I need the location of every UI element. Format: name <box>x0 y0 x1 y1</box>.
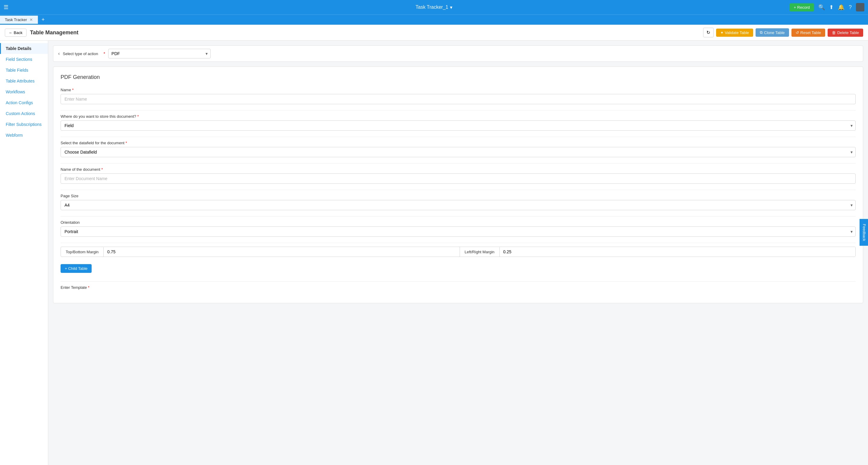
name-label: Name * <box>61 88 856 92</box>
enter-template-label: Enter Template * <box>61 285 856 290</box>
store-select[interactable]: Field Database External Storage <box>61 121 856 131</box>
top-nav: ☰ Task Tracker_1 ▾ + Record 🔍 ⬆ 🔔 ? <box>0 0 868 14</box>
datafield-label: Select the datafield for the document * <box>61 141 856 145</box>
doc-name-label: Name of the document * <box>61 167 856 172</box>
clone-table-button[interactable]: ⧉ Clone Table <box>755 28 789 37</box>
sidebar-item-filter-subscriptions[interactable]: Filter Subscriptions <box>0 119 48 130</box>
enter-template-group: Enter Template * <box>61 285 856 290</box>
refresh-button[interactable]: ↻ <box>703 28 714 37</box>
page-header: ← Back Table Management ↻ ✦ Validate Tab… <box>0 25 868 41</box>
page-size-select[interactable]: A4 A3 Letter Legal <box>61 200 856 210</box>
avatar[interactable] <box>856 3 864 11</box>
validate-table-button[interactable]: ✦ Validate Table <box>716 29 753 37</box>
sidebar-item-field-sections[interactable]: Field Sections <box>0 54 48 65</box>
page-size-select-wrapper: A4 A3 Letter Legal ▾ <box>61 200 856 210</box>
pdf-generation-card: PDF Generation Name * Where do you want … <box>53 67 863 303</box>
menu-icon[interactable]: ☰ <box>4 4 8 10</box>
feedback-tab[interactable]: Feedback <box>860 219 868 246</box>
tab-close-icon[interactable]: ✕ <box>30 18 33 22</box>
divider-6 <box>61 243 856 243</box>
header-actions: ↻ ✦ Validate Table ⧉ Clone Table ↺ Reset… <box>703 28 863 37</box>
sidebar-item-table-fields[interactable]: Table Fields <box>0 65 48 76</box>
collapse-button[interactable]: ‹ <box>58 51 60 56</box>
page-title: Table Management <box>30 30 79 36</box>
datafield-group: Select the datafield for the document * … <box>61 141 856 157</box>
app-title: Task Tracker_1 ▾ <box>415 4 453 10</box>
sidebar-item-custom-actions[interactable]: Custom Actions <box>0 108 48 119</box>
tab-task-tracker[interactable]: Task Tracker ✕ <box>0 16 38 24</box>
left-right-margin-label: Left/Right Margin <box>460 247 500 257</box>
doc-name-required-star: * <box>101 167 103 172</box>
orientation-select[interactable]: Portrait Landscape <box>61 227 856 237</box>
divider-1 <box>61 110 856 110</box>
orientation-select-wrapper: Portrait Landscape ▾ <box>61 227 856 237</box>
name-required-star: * <box>72 88 73 92</box>
orientation-group: Orientation Portrait Landscape ▾ <box>61 220 856 237</box>
help-icon[interactable]: ? <box>849 4 852 10</box>
top-bottom-margin-input[interactable] <box>104 247 459 257</box>
sidebar-item-action-configs[interactable]: Action Configs <box>0 97 48 108</box>
clone-icon: ⧉ <box>760 30 763 35</box>
action-type-bar: ‹ Select type of action * PDF Email SMS … <box>53 45 863 62</box>
add-tab-button[interactable]: + <box>38 15 49 25</box>
search-icon[interactable]: 🔍 <box>818 4 825 10</box>
enter-template-required-star: * <box>88 285 90 290</box>
doc-name-input[interactable] <box>61 173 856 184</box>
sidebar: Table Details Field Sections Table Field… <box>0 41 48 465</box>
pdf-card-title: PDF Generation <box>61 74 856 80</box>
upload-icon[interactable]: ⬆ <box>829 4 834 10</box>
add-child-table-button[interactable]: + Child Table <box>61 264 92 273</box>
divider-2 <box>61 137 856 137</box>
tab-bar: Task Tracker ✕ + <box>0 14 868 25</box>
main-layout: Table Details Field Sections Table Field… <box>0 41 868 465</box>
action-type-select-wrapper: PDF Email SMS Webhook Script ▾ <box>108 49 211 59</box>
store-required-star: * <box>137 114 138 119</box>
divider-7 <box>61 281 856 281</box>
top-bottom-margin-label: Top/Bottom Margin <box>61 247 104 257</box>
doc-name-group: Name of the document * <box>61 167 856 184</box>
datafield-select-wrapper: Choose Datafield ▾ <box>61 147 856 157</box>
store-document-group: Where do you want to store this document… <box>61 114 856 131</box>
action-type-select[interactable]: PDF Email SMS Webhook Script <box>108 49 211 59</box>
store-document-label: Where do you want to store this document… <box>61 114 856 119</box>
store-select-wrapper: Field Database External Storage ▾ <box>61 121 856 131</box>
trash-icon: 🗑 <box>832 30 836 35</box>
page-header-left: ← Back Table Management <box>5 29 79 37</box>
name-input[interactable] <box>61 94 856 104</box>
back-button[interactable]: ← Back <box>5 29 27 37</box>
record-button[interactable]: + Record <box>789 3 814 11</box>
reset-table-button[interactable]: ↺ Reset Table <box>792 29 825 37</box>
action-type-label: Select type of action <box>63 52 98 56</box>
margin-row: Top/Bottom Margin Left/Right Margin <box>61 247 856 257</box>
page-size-group: Page Size A4 A3 Letter Legal ▾ <box>61 194 856 210</box>
action-type-required-star: * <box>103 51 105 56</box>
name-field-group: Name * <box>61 88 856 104</box>
page-size-label: Page Size <box>61 194 856 198</box>
sidebar-item-table-details[interactable]: Table Details <box>0 43 48 54</box>
top-nav-right: + Record 🔍 ⬆ 🔔 ? <box>789 3 864 11</box>
sidebar-item-workflows[interactable]: Workflows <box>0 87 48 97</box>
delete-table-button[interactable]: 🗑 Delete Table <box>828 29 863 37</box>
orientation-label: Orientation <box>61 220 856 225</box>
divider-3 <box>61 163 856 164</box>
notification-icon[interactable]: 🔔 <box>838 4 844 10</box>
reset-icon: ↺ <box>796 30 799 35</box>
datafield-select[interactable]: Choose Datafield <box>61 147 856 157</box>
content-area: ‹ Select type of action * PDF Email SMS … <box>48 41 868 465</box>
sidebar-item-webform[interactable]: Webform <box>0 130 48 141</box>
sidebar-item-table-attributes[interactable]: Table Attributes <box>0 76 48 87</box>
left-right-margin-input[interactable] <box>500 247 855 257</box>
divider-5 <box>61 216 856 217</box>
datafield-required-star: * <box>125 141 127 145</box>
divider-4 <box>61 190 856 190</box>
margins-group: Top/Bottom Margin Left/Right Margin <box>61 247 856 257</box>
